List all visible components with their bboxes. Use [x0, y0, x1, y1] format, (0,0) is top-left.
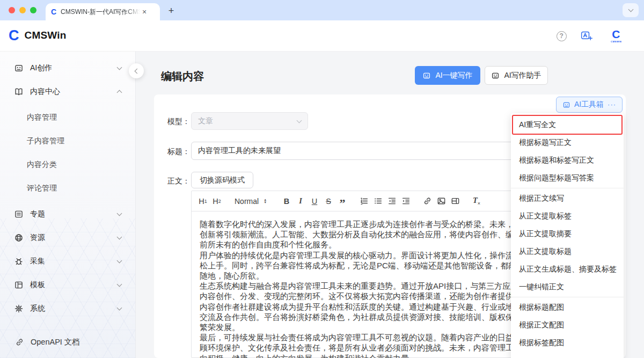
menu-item-generate-title-summary-tags[interactable]: 从正文生成标题、摘要及标签: [511, 260, 624, 278]
header-actions: ? C CMSWIN: [557, 20, 626, 52]
model-select-value: 文章: [198, 116, 213, 126]
bold-button[interactable]: B: [280, 194, 294, 208]
sidebar-item-openapi-docs[interactable]: OpenAPI 文档: [0, 331, 135, 353]
sidebar-item-content-center[interactable]: 内容中心: [0, 80, 135, 104]
menu-item-continue-from-body[interactable]: 根据正文续写: [511, 189, 624, 207]
ai-toolbox-menu: AI重写全文根据标题写正文根据标题和标签写正文根据问题型标题写答案根据正文续写从…: [511, 113, 624, 358]
sidebar-subitem-sub-content-manage[interactable]: 子内容管理: [0, 129, 135, 153]
ordered-list-button[interactable]: [357, 194, 371, 208]
zoom-window-button[interactable]: [30, 7, 36, 13]
link-icon: [15, 338, 24, 347]
underline-button[interactable]: U: [308, 194, 321, 208]
format-select-value: Normal: [235, 197, 259, 206]
sidebar: AI创作内容中心内容管理子内容管理内容分类评论管理专题资源采集模板系统 Open…: [0, 52, 136, 358]
chevron-up-icon: [117, 90, 122, 96]
chevron-down-icon: [117, 258, 122, 264]
model-label: 模型：: [157, 117, 190, 127]
chevron-down-icon: [297, 118, 302, 123]
sidebar-item-label: 模板: [30, 280, 118, 290]
ai-toolbox-button[interactable]: AI工具箱 ···: [556, 97, 623, 113]
body-label: 正文：: [157, 177, 190, 186]
sidebar-item-label: 系统: [30, 304, 118, 313]
app-root: C CMSWIN-新一代AI写作CMS-智能 × + C CMSWin ? C …: [0, 0, 644, 358]
menu-item-write-answer-from-question-title[interactable]: 根据问题型标题写答案: [511, 169, 624, 187]
menu-item-one-click-proofread[interactable]: 一键纠错正文: [511, 278, 624, 296]
sidebar-subitem-content-category[interactable]: 内容分类: [0, 153, 135, 177]
sidebar-item-label: 资源: [30, 233, 118, 243]
menu-item-extract-title-from-body[interactable]: 从正文提取标题: [511, 243, 624, 260]
sidebar-item-ai-creation[interactable]: AI创作: [0, 56, 135, 80]
tab-search-button[interactable]: [623, 3, 639, 17]
bullet-list-button[interactable]: [371, 194, 385, 208]
menu-item-write-body-from-title[interactable]: 根据标题写正文: [511, 134, 624, 151]
brand[interactable]: C CMSWin: [9, 27, 67, 43]
link-button[interactable]: [420, 194, 434, 208]
title-label: 标题：: [157, 147, 190, 157]
sidebar-item-system[interactable]: 系统: [0, 297, 135, 320]
format-select[interactable]: Normal▲▼: [231, 194, 272, 208]
chevron-down-icon: [117, 282, 122, 287]
chevron-left-icon: [135, 68, 140, 74]
sidebar-item-topics[interactable]: 专题: [0, 202, 135, 226]
tab-title: CMSWIN-新一代AI写作CMS-智能: [61, 8, 140, 17]
chevron-down-icon: [117, 305, 122, 311]
browser-tab[interactable]: C CMSWIN-新一代AI写作CMS-智能 ×: [46, 3, 160, 20]
menu-item-write-body-from-title-tags[interactable]: 根据标题和标签写正文: [511, 151, 624, 169]
sidebar-item-templates[interactable]: 模板: [0, 273, 135, 297]
minimize-window-button[interactable]: [19, 7, 26, 13]
toggle-source-mode-button[interactable]: 切换源码模式: [191, 172, 253, 188]
outdent-button[interactable]: [385, 194, 399, 208]
strike-button[interactable]: S: [321, 194, 335, 208]
gallery-icon: [14, 209, 24, 219]
image-button[interactable]: [434, 194, 448, 208]
gear-icon: [14, 304, 24, 313]
indent-button[interactable]: [399, 194, 413, 208]
menu-divider: [511, 188, 624, 188]
ai-writing-assistant-button[interactable]: AI写作助手: [485, 66, 548, 85]
sidebar-subitem-content-manage[interactable]: 内容管理: [0, 106, 135, 129]
menu-item-extract-tags-from-body[interactable]: 从正文提取标签: [511, 207, 624, 225]
menu-divider: [511, 297, 624, 297]
menu-item-image-from-tags[interactable]: 根据标签配图: [511, 334, 624, 352]
tab-close-icon[interactable]: ×: [142, 8, 147, 16]
tab-favicon: C: [51, 8, 61, 16]
chevron-down-icon: [117, 65, 122, 70]
robot-icon: [14, 63, 24, 73]
menu-item-ai-rewrite-full[interactable]: AI重写全文: [511, 116, 624, 134]
secondary-action-label: AI写作助手: [504, 71, 541, 81]
blockquote-button[interactable]: ”: [335, 194, 349, 208]
help-icon[interactable]: ?: [557, 31, 567, 41]
sidebar-item-label: AI创作: [30, 63, 118, 73]
sidebar-item-collection[interactable]: 采集: [0, 250, 135, 273]
clear-format-button[interactable]: T×: [470, 194, 484, 208]
avatar-caption: CMSWIN: [611, 40, 621, 42]
chevron-down-icon: [117, 235, 122, 240]
robot-icon: [491, 71, 500, 80]
translate-icon[interactable]: [581, 31, 592, 41]
h1-button[interactable]: H1: [196, 194, 210, 208]
user-avatar[interactable]: C CMSWIN: [606, 28, 626, 44]
ai-one-click-write-button[interactable]: AI一键写作: [415, 66, 480, 85]
video-button[interactable]: [448, 194, 462, 208]
sidebar-item-label: 采集: [30, 257, 118, 266]
bug-icon: [14, 257, 24, 266]
menu-item-image-from-title[interactable]: 根据标题配图: [511, 298, 624, 316]
menu-item-extract-summary-from-body[interactable]: 从正文提取摘要: [511, 225, 624, 243]
model-select[interactable]: 文章: [191, 112, 308, 130]
sidebar-collapse-button[interactable]: [129, 63, 144, 78]
new-tab-button[interactable]: +: [164, 4, 178, 18]
robot-icon: [562, 101, 570, 109]
sidebar-item-label: 专题: [30, 209, 118, 219]
sidebar-subitem-comment-manage[interactable]: 评论管理: [0, 177, 135, 200]
primary-action-label: AI一键写作: [435, 71, 472, 81]
brand-logo: C: [9, 27, 19, 43]
italic-button[interactable]: I: [294, 194, 308, 208]
close-window-button[interactable]: [9, 7, 15, 13]
globe-icon: [14, 233, 24, 243]
sidebar-item-resources[interactable]: 资源: [0, 226, 135, 250]
updown-icon: ▲▼: [264, 199, 267, 204]
menu-item-image-from-body[interactable]: 根据正文配图: [511, 316, 624, 334]
sidebar-nav: AI创作内容中心内容管理子内容管理内容分类评论管理专题资源采集模板系统: [0, 56, 135, 320]
h2-button[interactable]: H2: [210, 194, 224, 208]
sidebar-item-label: 内容中心: [30, 87, 118, 97]
